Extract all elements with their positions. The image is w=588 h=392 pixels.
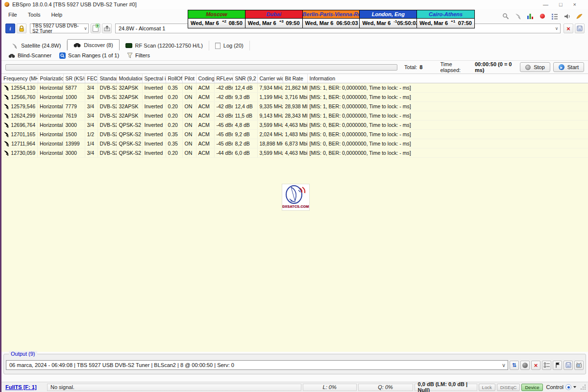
transponder-row[interactable]: 12579,546Horizontal77793/4DVB-S232APSKIn… [1, 102, 588, 111]
refresh-icon: ⇅ [512, 362, 516, 368]
column-header[interactable]: Frequency (MHz) [1, 74, 38, 83]
subtab-filters[interactable]: Filters [125, 52, 154, 59]
device-button[interactable]: Device [521, 384, 542, 391]
cell: [MIS: 0, BER: 0,0000000, Time to lock: -… [307, 130, 588, 139]
save-output-button[interactable] [564, 361, 573, 370]
cell: -45 dBm [214, 139, 233, 148]
scan-ranges-icon [59, 52, 66, 59]
clock-2: Berlin-Paris-Vienna-RomaWed, Mar 606:50:… [303, 10, 360, 28]
column-header[interactable]: Bit Rate [283, 74, 307, 83]
column-header[interactable]: Carrier width [257, 74, 283, 83]
tab-log[interactable]: Log (20) [209, 41, 250, 50]
subtab-scan-ranges[interactable]: Scan Ranges (1 of 1) [57, 52, 123, 59]
column-header[interactable]: SR (KS/s) [63, 74, 85, 83]
cell: ON [182, 102, 196, 111]
page-badge: 9 [96, 24, 99, 28]
cell: Inverted [142, 121, 166, 130]
tab-discover[interactable]: Discover (8) [67, 39, 119, 50]
transponder-row[interactable]: 12711,964Horizontal139991/4DVB-S2QPSK-S2… [1, 139, 588, 148]
cell: Horizontal [38, 102, 63, 111]
lock-button[interactable] [17, 24, 26, 33]
flag-button[interactable] [553, 361, 562, 370]
column-header[interactable]: Coding ... [196, 74, 214, 83]
cell: 32APSK [117, 83, 142, 93]
cell: QPSK-S2 [117, 139, 142, 148]
column-header[interactable]: FEC [85, 74, 98, 83]
tab-satellite[interactable]: Satellite (24.8W) [5, 41, 67, 50]
tab-rf-scan[interactable]: RF Scan (12200-12750 H/L) [120, 41, 209, 50]
playlist-icon[interactable] [551, 12, 559, 20]
column-header[interactable]: RFLevel [214, 74, 233, 83]
menu-help[interactable]: Help [49, 11, 64, 19]
frequency-value: 12696,764 [11, 122, 35, 128]
menu-tools[interactable]: Tools [26, 11, 43, 19]
record-icon[interactable] [539, 12, 546, 20]
column-header[interactable]: Polarization [38, 74, 63, 83]
column-header[interactable]: SNR (9,2 dB) [233, 74, 257, 83]
info-button[interactable]: i [5, 24, 15, 33]
cell: 1/2 [85, 130, 98, 139]
audio-icon[interactable] [563, 12, 571, 20]
binoculars-icon [74, 42, 81, 48]
clear-output-button[interactable]: × [531, 361, 540, 370]
output-list-button[interactable] [542, 361, 551, 370]
scan-progress-bar [5, 64, 397, 71]
output-group: Output (9) 06 marca, 2024 - 06:49:08 | T… [3, 354, 586, 374]
fullts-link[interactable]: FullTS [F: 1] [3, 384, 46, 390]
cell: -42 dBm [214, 83, 233, 93]
column-header[interactable]: Pilot [182, 74, 196, 83]
transponder-row[interactable]: 12624,299Horizontal76193/4DVB-S232APSKIn… [1, 111, 588, 121]
stop-button[interactable]: Stop [520, 62, 550, 72]
marker-button[interactable] [520, 361, 530, 370]
refresh-button[interactable]: ⇅ [510, 361, 519, 370]
page-icon: 9 [93, 25, 98, 32]
cell: [MIS: 0, BER: 0,0000000, Time to lock: -… [307, 148, 588, 158]
save-satellite-button[interactable] [575, 24, 585, 33]
signature-pen-icon[interactable] [575, 12, 583, 20]
maximize-button[interactable]: □ [559, 1, 563, 7]
start-button[interactable]: ▶ Start [553, 62, 584, 72]
cell: 3/4 [85, 148, 98, 158]
transponder-row[interactable]: 12701,165Horizontal15001/2DVB-S2QPSK-S2I… [1, 130, 588, 139]
clock-datetime: Wed, Mar 606:50:03 [303, 18, 360, 28]
delete-satellite-button[interactable]: × [564, 24, 573, 33]
clock-city: Cairo-Athens [417, 10, 474, 18]
search-icon[interactable] [502, 12, 510, 20]
lock-status-button[interactable]: Lock [479, 384, 495, 391]
transponder-row[interactable]: 12566,760Horizontal10003/4DVB-S232APSKIn… [1, 93, 588, 102]
satellite-field-value: 24.8W - Alcomsat 1 [119, 25, 165, 31]
transponder-row[interactable]: 12730,059Horizontal30003/4DVB-S2QPSK-S2I… [1, 148, 588, 158]
cell: 12,4 dB [233, 83, 257, 93]
cell: 1000 [63, 93, 85, 102]
transponder-row[interactable]: 12696,764Horizontal30003/4DVB-S2QPSK-S2I… [1, 121, 588, 130]
close-button[interactable]: × [573, 1, 576, 7]
cell: 32APSK [117, 111, 142, 121]
tuner-select[interactable]: TBS 5927 USB DVB-S2 Tuner ∨ [30, 24, 89, 33]
satellite-dish-icon [3, 113, 9, 119]
subtab-blind-scanner[interactable]: Blind-Scanner [6, 52, 55, 59]
import-button[interactable] [102, 24, 112, 33]
spectrum-dish-icon[interactable] [514, 12, 522, 20]
transponder-page-button[interactable]: 9 [91, 24, 100, 33]
transponder-row[interactable]: 12554,130Horizontal58773/4DVB-S232APSKIn… [1, 83, 588, 93]
menu-file[interactable]: File [6, 11, 19, 19]
ebspro-window: EBSpro 18.0.0.4 [TBS 5927 USB DVB-S2 Tun… [0, 0, 588, 392]
frequency-value: 12711,964 [11, 141, 35, 147]
column-header[interactable]: Spectral in... [142, 74, 166, 83]
column-header[interactable]: Standard [98, 74, 117, 83]
diseqc-button[interactable]: DiSEqC [497, 384, 520, 391]
chart-icon[interactable] [526, 12, 534, 20]
column-header[interactable]: Modulation [117, 74, 142, 83]
cell: ACM [196, 111, 214, 121]
scan-control-bar: Total: 8 Time elapsed: 00:00:50 (0 = 0 m… [1, 61, 588, 74]
quality-indicator: Q: 0% [358, 384, 413, 391]
resize-grip[interactable] [581, 385, 586, 390]
output-log-select[interactable]: 06 marca, 2024 - 06:49:08 | TBS 5927 USB… [6, 360, 508, 370]
column-header[interactable]: Information [307, 74, 588, 83]
tv-button[interactable] [574, 361, 584, 370]
column-header[interactable]: RollOff [166, 74, 182, 83]
minimize-button[interactable]: — [543, 1, 548, 7]
cell: Inverted [142, 93, 166, 102]
cell: 9,335 MHz [257, 102, 283, 111]
control-menu[interactable]: Control [544, 384, 578, 390]
